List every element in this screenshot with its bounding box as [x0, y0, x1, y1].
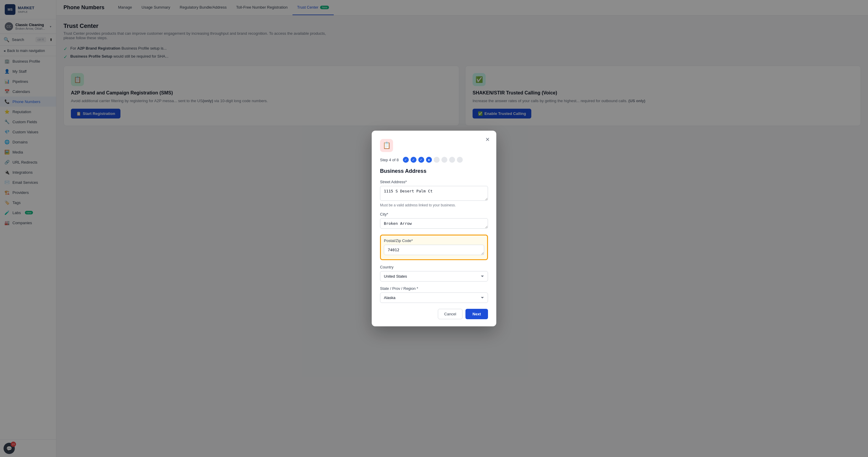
modal: ✕ 📋 Step 4 of 8 ✓✓✓● Business Address St…: [372, 131, 496, 326]
country-select[interactable]: United StatesCanadaUnited KingdomAustral…: [380, 271, 488, 282]
step-dots: ✓✓✓●: [403, 157, 463, 163]
document-icon: 📋: [383, 142, 391, 149]
postal-code-input[interactable]: [384, 245, 484, 255]
modal-footer: Cancel Next: [380, 309, 488, 319]
state-group: State / Prov / Region * AlaskaAlabamaAri…: [380, 286, 488, 303]
modal-title: Business Address: [380, 168, 488, 174]
street-address-group: Street Address* Must be a valid address …: [380, 180, 488, 207]
step-dot-8: [457, 157, 463, 163]
step-label: Step 4 of 8: [380, 158, 399, 162]
cancel-button[interactable]: Cancel: [438, 309, 462, 319]
next-button[interactable]: Next: [465, 309, 488, 319]
step-dot-6: [441, 157, 447, 163]
street-address-label: Street Address*: [380, 180, 488, 184]
step-dot-3: ✓: [418, 157, 424, 163]
step-dot-2: ✓: [410, 157, 416, 163]
postal-code-label: Postal/Zip Code*: [384, 238, 484, 243]
modal-icon: 📋: [380, 139, 393, 152]
state-select[interactable]: AlaskaAlabamaArizonaArkansasCaliforniaCo…: [380, 292, 488, 303]
city-label: City*: [380, 212, 488, 217]
modal-overlay: ✕ 📋 Step 4 of 8 ✓✓✓● Business Address St…: [0, 0, 868, 457]
country-group: Country United StatesCanadaUnited Kingdo…: [380, 265, 488, 282]
street-address-hint: Must be a valid address linked to your b…: [380, 203, 488, 207]
postal-code-wrapper: Postal/Zip Code*: [380, 235, 488, 260]
city-input[interactable]: [380, 218, 488, 229]
state-label: State / Prov / Region *: [380, 286, 488, 291]
street-address-input[interactable]: [380, 186, 488, 201]
city-group: City*: [380, 212, 488, 230]
step-dot-5: [434, 157, 440, 163]
step-indicator: Step 4 of 8 ✓✓✓●: [380, 157, 488, 163]
step-dot-1: ✓: [403, 157, 409, 163]
postal-code-group: Postal/Zip Code*: [380, 235, 488, 260]
country-label: Country: [380, 265, 488, 269]
modal-close-button[interactable]: ✕: [483, 135, 492, 144]
step-dot-4: ●: [426, 157, 432, 163]
step-dot-7: [449, 157, 455, 163]
